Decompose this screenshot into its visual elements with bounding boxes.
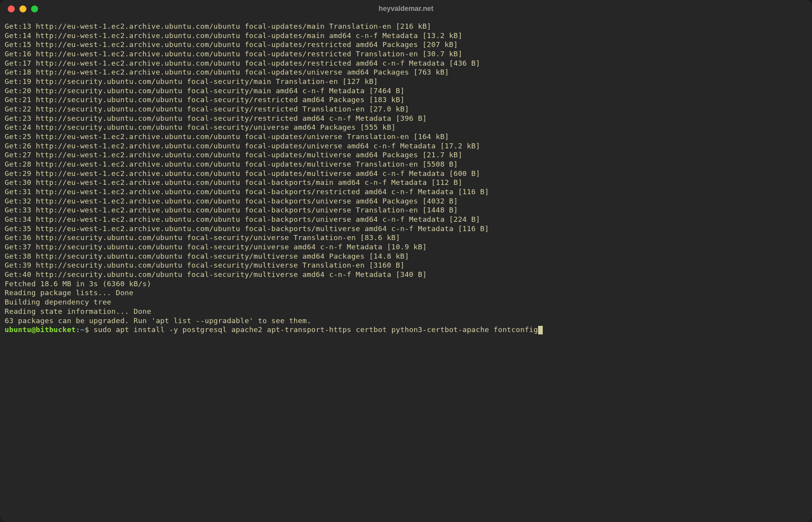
prompt-host: bitbucket: [36, 325, 76, 334]
output-line: Get:15 http://eu-west-1.ec2.archive.ubun…: [5, 40, 807, 49]
output-line: Get:27 http://eu-west-1.ec2.archive.ubun…: [5, 150, 807, 160]
output-line: Get:40 http://security.ubuntu.com/ubuntu…: [5, 270, 807, 279]
output-line: Get:16 http://eu-west-1.ec2.archive.ubun…: [5, 49, 807, 59]
output-line: Get:39 http://security.ubuntu.com/ubuntu…: [5, 261, 807, 270]
prompt-dollar: $: [85, 325, 89, 334]
terminal-window: heyvaldemar.net Get:13 http://eu-west-1.…: [0, 0, 812, 522]
output-line: Get:31 http://eu-west-1.ec2.archive.ubun…: [5, 187, 807, 197]
output-line: Get:25 http://eu-west-1.ec2.archive.ubun…: [5, 132, 807, 141]
output-line: Get:18 http://eu-west-1.ec2.archive.ubun…: [5, 68, 807, 77]
output-line: Fetched 18.6 MB in 3s (6360 kB/s): [5, 279, 807, 289]
output-line: Get:22 http://security.ubuntu.com/ubuntu…: [5, 104, 807, 114]
output-line: Get:36 http://security.ubuntu.com/ubuntu…: [5, 233, 807, 242]
output-line: Get:17 http://eu-west-1.ec2.archive.ubun…: [5, 59, 807, 68]
output-line: Get:38 http://security.ubuntu.com/ubuntu…: [5, 252, 807, 261]
minimize-icon[interactable]: [19, 5, 26, 12]
prompt-at: @: [31, 325, 36, 334]
window-title: heyvaldemar.net: [378, 4, 433, 13]
close-icon[interactable]: [8, 5, 15, 12]
output-line: Get:33 http://eu-west-1.ec2.archive.ubun…: [5, 205, 807, 215]
output-line: Get:35 http://eu-west-1.ec2.archive.ubun…: [5, 224, 807, 233]
prompt-user: ubuntu: [5, 325, 31, 334]
prompt-line[interactable]: ubuntu@bitbucket:~$ sudo apt install -y …: [5, 325, 807, 334]
terminal-body[interactable]: Get:13 http://eu-west-1.ec2.archive.ubun…: [0, 18, 812, 522]
output-line: Reading package lists... Done: [5, 288, 807, 298]
output-line: Get:14 http://eu-west-1.ec2.archive.ubun…: [5, 31, 807, 40]
output-line: Get:26 http://eu-west-1.ec2.archive.ubun…: [5, 141, 807, 151]
traffic-lights: [8, 5, 38, 12]
output-line: Building dependency tree: [5, 298, 807, 307]
output-line: Get:24 http://security.ubuntu.com/ubuntu…: [5, 123, 807, 132]
output-line: Get:37 http://security.ubuntu.com/ubuntu…: [5, 242, 807, 252]
output-line: Get:23 http://security.ubuntu.com/ubuntu…: [5, 114, 807, 123]
output-line: Get:28 http://eu-west-1.ec2.archive.ubun…: [5, 160, 807, 169]
output-line: Get:34 http://eu-west-1.ec2.archive.ubun…: [5, 215, 807, 224]
output-line: Get:29 http://eu-west-1.ec2.archive.ubun…: [5, 169, 807, 178]
output-line: Get:19 http://security.ubuntu.com/ubuntu…: [5, 77, 807, 86]
output-line: Get:13 http://eu-west-1.ec2.archive.ubun…: [5, 22, 807, 31]
command-input[interactable]: sudo apt install -y postgresql apache2 a…: [94, 325, 538, 334]
output-line: Get:21 http://security.ubuntu.com/ubuntu…: [5, 95, 807, 104]
output-line: 63 packages can be upgraded. Run 'apt li…: [5, 316, 807, 325]
titlebar[interactable]: heyvaldemar.net: [0, 0, 812, 18]
output-line: Reading state information... Done: [5, 307, 807, 316]
output-line: Get:20 http://security.ubuntu.com/ubuntu…: [5, 86, 807, 96]
prompt-colon: :: [76, 325, 80, 334]
output-line: Get:32 http://eu-west-1.ec2.archive.ubun…: [5, 197, 807, 206]
output-line: Get:30 http://eu-west-1.ec2.archive.ubun…: [5, 178, 807, 187]
maximize-icon[interactable]: [31, 5, 38, 12]
cursor-icon: [538, 326, 543, 334]
prompt-path: ~: [80, 325, 85, 334]
